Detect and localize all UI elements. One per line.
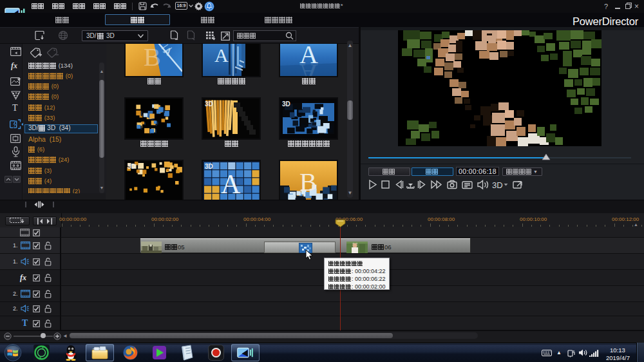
svg-text:3D: 3D xyxy=(205,163,213,170)
svg-text:B: B xyxy=(144,44,161,71)
svg-text:B: B xyxy=(299,167,317,196)
svg-text:3D: 3D xyxy=(128,163,136,170)
svg-text:3D: 3D xyxy=(205,100,213,108)
svg-text:A: A xyxy=(214,44,229,66)
svg-text:A: A xyxy=(221,169,241,199)
svg-text:3D: 3D xyxy=(492,180,503,190)
svg-text:3D: 3D xyxy=(282,100,290,108)
